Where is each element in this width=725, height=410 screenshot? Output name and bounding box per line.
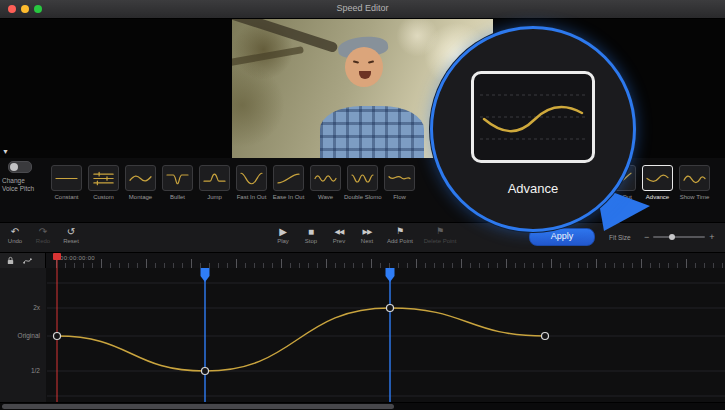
preset-item-show-time[interactable]: Show Time (676, 158, 713, 200)
boy-shirt (320, 106, 424, 158)
titlebar: Speed Editor (0, 0, 725, 19)
preset-item-constant[interactable]: Constant (48, 158, 85, 200)
preset-label: Flow (381, 194, 418, 200)
preset-curve-icon (384, 165, 415, 191)
ruler-tools (0, 252, 46, 268)
preset-label: Custom (85, 194, 122, 200)
boy-face (345, 47, 383, 87)
curve-control-point[interactable] (54, 333, 61, 340)
magnified-preset-label: Advance (433, 181, 633, 196)
preset-item-fast-in-out[interactable]: Fast In Out (233, 158, 270, 200)
fit-size-track[interactable] (653, 236, 705, 238)
add-point-icon: ⚑ (396, 226, 404, 237)
voice-pitch-label: Change Voice Pitch (2, 177, 50, 193)
timeline-ruler[interactable]: 00:00:00:00 (46, 252, 725, 269)
add-point-button[interactable]: ⚑ Add Point (384, 226, 416, 244)
magnifier-overlay: Advance (430, 26, 636, 232)
collapse-arrow-icon[interactable]: ▼ (2, 148, 9, 155)
scrollbar-thumb[interactable] (2, 404, 394, 409)
preset-item-bullet[interactable]: Bullet (159, 158, 196, 200)
undo-icon: ↶ (11, 226, 19, 237)
y-axis-label: Original (18, 332, 40, 339)
edit-group: ↶ Undo ↷ Redo ↺ Reset (4, 226, 82, 244)
zoom-out-icon[interactable]: − (644, 232, 649, 242)
advance-curve-large (484, 107, 582, 131)
y-axis-label: 1/2 (31, 367, 40, 374)
preset-item-wave[interactable]: Wave (307, 158, 344, 200)
preset-curve-icon (125, 165, 156, 191)
speed-curve-canvas[interactable] (46, 268, 725, 402)
preset-label: Jump (196, 194, 233, 200)
preset-label: Constant (48, 194, 85, 200)
preset-curve-icon (199, 165, 230, 191)
preset-label: Advance (639, 194, 676, 200)
curve-control-point[interactable] (387, 305, 394, 312)
voice-pitch-toggle[interactable] (8, 161, 32, 173)
stop-button[interactable]: ■ Stop (300, 226, 322, 244)
undo-button[interactable]: ↶ Undo (4, 226, 26, 244)
preset-label: Fast In Out (233, 194, 270, 200)
prev-icon: ◀◀ (335, 226, 344, 237)
preset-curve-icon (162, 165, 193, 191)
curve-control-point[interactable] (542, 333, 549, 340)
preset-curve-icon (273, 165, 304, 191)
preset-label: Montage (122, 194, 159, 200)
fit-size-thumb[interactable] (669, 234, 675, 240)
boy-mouth (359, 71, 371, 79)
curve-control-point[interactable] (202, 368, 209, 375)
toolbar: ↶ Undo ↷ Redo ↺ Reset ▶ Play ■ Stop ◀◀ (0, 222, 725, 253)
reset-icon: ↺ (67, 226, 75, 237)
fit-size-slider[interactable]: − + (644, 231, 720, 243)
preset-curve-icon (310, 165, 341, 191)
preset-strip-left: ConstantCustomMontageBulletJumpFast In O… (48, 158, 418, 200)
speed-editor-window: Speed Editor ▼ Change Voice Pitch Consta… (0, 0, 725, 410)
speed-axis-labels: 2xOriginal1/2 (0, 268, 47, 402)
preset-item-montage[interactable]: Montage (122, 158, 159, 200)
y-axis-label: 2x (33, 304, 40, 311)
zoom-in-icon[interactable]: + (709, 232, 714, 242)
preset-item-ease-in-out[interactable]: Ease In Out (270, 158, 307, 200)
magnified-preset-thumbnail (471, 71, 595, 163)
transport-group: ▶ Play ■ Stop ◀◀ Prev ▶▶ Next ⚑ Add Poin… (272, 226, 458, 244)
reset-button[interactable]: ↺ Reset (60, 226, 82, 244)
preset-item-advance[interactable]: Advance (639, 158, 676, 200)
preset-curve-icon (347, 165, 378, 191)
window-title: Speed Editor (0, 3, 725, 13)
delete-point-icon: ⚑ (436, 226, 444, 237)
preset-curve-icon (88, 165, 119, 191)
preset-curve-icon (642, 165, 673, 191)
preset-curve-icon (51, 165, 82, 191)
play-button[interactable]: ▶ Play (272, 226, 294, 244)
redo-button[interactable]: ↷ Redo (32, 226, 54, 244)
preset-label: Ease In Out (270, 194, 307, 200)
preset-label: Show Time (676, 194, 713, 200)
preset-label: Wave (307, 194, 344, 200)
fit-size-label: Fit Size (609, 234, 631, 241)
timecode: 00:00:00:00 (60, 255, 95, 261)
preset-curve-icon (236, 165, 267, 191)
lock-icon[interactable] (6, 256, 15, 265)
next-button[interactable]: ▶▶ Next (356, 226, 378, 244)
next-icon: ▶▶ (363, 226, 372, 237)
prev-button[interactable]: ◀◀ Prev (328, 226, 350, 244)
preset-label: Double Slomo (344, 194, 381, 200)
preset-curve-icon (679, 165, 710, 191)
play-icon: ▶ (279, 226, 287, 237)
preset-label: Bullet (159, 194, 196, 200)
playhead-handle[interactable] (53, 253, 61, 260)
redo-icon: ↷ (39, 226, 47, 237)
stop-icon: ■ (308, 226, 314, 237)
curve-tool-icon[interactable] (23, 256, 32, 265)
preset-item-flow[interactable]: Flow (381, 158, 418, 200)
horizontal-scrollbar[interactable] (0, 402, 725, 410)
boy-eye (368, 60, 374, 63)
toggle-knob (10, 163, 18, 171)
branch-shape (232, 46, 304, 67)
delete-point-button[interactable]: ⚑ Delete Point (422, 226, 458, 244)
preset-item-custom[interactable]: Custom (85, 158, 122, 200)
preset-item-jump[interactable]: Jump (196, 158, 233, 200)
boy-eye (353, 60, 359, 63)
preset-item-double-slomo[interactable]: Double Slomo (344, 158, 381, 200)
